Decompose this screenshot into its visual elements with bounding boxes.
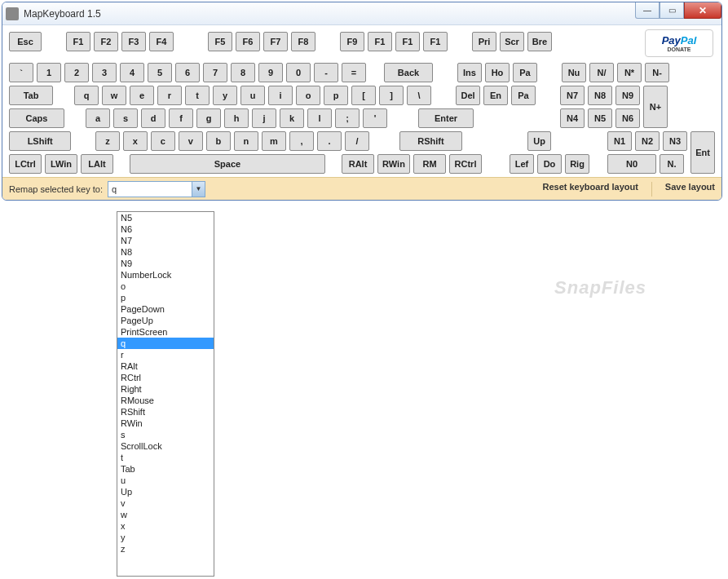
key-8[interactable]: 8 [231, 63, 255, 82]
key-t[interactable]: t [185, 86, 210, 105]
key-f[interactable]: f [169, 108, 193, 128]
key-[interactable]: ] [379, 86, 404, 105]
key-backspace[interactable]: Back [384, 63, 433, 82]
key-f1[interactable]: F1 [423, 32, 448, 51]
key-5[interactable]: 5 [148, 63, 172, 82]
save-layout-button[interactable]: Save layout [665, 182, 715, 197]
key-f6[interactable]: F6 [236, 32, 260, 51]
dropdown-option[interactable]: y [117, 532, 214, 543]
key-ho[interactable]: Ho [485, 63, 510, 82]
dropdown-option[interactable]: Tab [117, 463, 214, 475]
key-[interactable]: ` [9, 63, 33, 82]
key-del[interactable]: Del [456, 86, 480, 105]
key-n0[interactable]: N0 [607, 154, 656, 174]
key-n5[interactable]: N5 [588, 108, 612, 128]
dropdown-option[interactable]: ScrollLock [117, 440, 214, 452]
key-6[interactable]: 6 [175, 63, 200, 82]
dropdown-option[interactable]: RCtrl [117, 372, 214, 383]
key-p[interactable]: p [324, 86, 348, 105]
key-f8[interactable]: F8 [291, 32, 315, 51]
dropdown-option[interactable]: PrintScreen [117, 326, 214, 338]
dropdown-option[interactable]: N7 [117, 235, 214, 246]
dropdown-option[interactable]: o [117, 281, 214, 292]
key-0[interactable]: 0 [286, 63, 311, 82]
dropdown-option[interactable]: N6 [117, 223, 214, 235]
remap-combobox[interactable]: q ▼ [108, 181, 205, 197]
key-f9[interactable]: F9 [340, 32, 364, 51]
key-a[interactable]: a [86, 108, 110, 128]
key-rwin[interactable]: RWin [377, 154, 410, 174]
remap-dropdown-list[interactable]: N5N6N7N8N9NumberLockopPageDownPageUpPrin… [117, 211, 214, 577]
key-n2[interactable]: N2 [635, 131, 660, 151]
key-i[interactable]: i [268, 86, 293, 105]
key-bre[interactable]: Bre [527, 32, 552, 51]
key-u[interactable]: u [240, 86, 265, 105]
key-rm[interactable]: RM [413, 154, 446, 174]
dropdown-option[interactable]: RAlt [117, 360, 214, 372]
key-[interactable]: [ [351, 86, 376, 105]
dropdown-option[interactable]: x [117, 520, 214, 532]
key-g[interactable]: g [196, 108, 221, 128]
key-f1[interactable]: F1 [368, 32, 392, 51]
key-s[interactable]: s [113, 108, 138, 128]
key-lalt[interactable]: LAlt [81, 154, 113, 174]
key-f1[interactable]: F1 [395, 32, 420, 51]
key-q[interactable]: q [74, 86, 99, 105]
key-n4[interactable]: N4 [560, 108, 585, 128]
key-ndot[interactable]: N. [660, 154, 684, 174]
key-rig[interactable]: Rig [565, 154, 589, 174]
key-tab[interactable]: Tab [9, 86, 53, 105]
dropdown-option[interactable]: t [117, 452, 214, 463]
key-[interactable]: - [314, 63, 338, 82]
maximize-button[interactable]: ▭ [660, 2, 684, 19]
key-do[interactable]: Do [537, 154, 562, 174]
key-f1[interactable]: F1 [66, 32, 90, 51]
key-r[interactable]: r [157, 86, 182, 105]
dropdown-option[interactable]: RMouse [117, 395, 214, 406]
dropdown-option[interactable]: u [117, 475, 214, 486]
key-9[interactable]: 9 [258, 63, 283, 82]
dropdown-option[interactable]: N8 [117, 246, 214, 258]
dropdown-option[interactable]: q [117, 338, 214, 349]
key-f4[interactable]: F4 [149, 32, 174, 51]
key-rctrl[interactable]: RCtrl [449, 154, 482, 174]
key-j[interactable]: j [252, 108, 276, 128]
key-c[interactable]: c [151, 131, 175, 151]
key-n1[interactable]: N1 [607, 131, 632, 151]
key-esc[interactable]: Esc [9, 32, 42, 51]
key-o[interactable]: o [296, 86, 320, 105]
key-z[interactable]: z [95, 131, 120, 151]
dropdown-option[interactable]: RWin [117, 418, 214, 429]
key-ralt[interactable]: RAlt [342, 154, 374, 174]
key-ins[interactable]: Ins [457, 63, 482, 82]
key-v[interactable]: v [179, 131, 203, 151]
key-capslock[interactable]: Caps [9, 108, 64, 128]
key-n[interactable]: N/ [589, 63, 614, 82]
key-h[interactable]: h [224, 108, 249, 128]
key-f3[interactable]: F3 [121, 32, 146, 51]
dropdown-option[interactable]: w [117, 509, 214, 520]
key-y[interactable]: y [213, 86, 237, 105]
key-[interactable]: \ [407, 86, 431, 105]
key-f2[interactable]: F2 [94, 32, 118, 51]
key-b[interactable]: b [206, 131, 231, 151]
key-1[interactable]: 1 [37, 63, 61, 82]
dropdown-option[interactable]: z [117, 543, 214, 555]
key-f7[interactable]: F7 [263, 32, 288, 51]
key-m[interactable]: m [262, 131, 286, 151]
key-d[interactable]: d [141, 108, 165, 128]
key-[interactable]: , [289, 131, 314, 151]
dropdown-option[interactable]: RShift [117, 406, 214, 418]
dropdown-option[interactable]: PageUp [117, 315, 214, 326]
key-n9[interactable]: N9 [615, 86, 640, 105]
key-nument[interactable]: Ent [690, 131, 715, 174]
minimize-button[interactable]: — [635, 2, 660, 19]
key-n8[interactable]: N8 [588, 86, 612, 105]
dropdown-option[interactable]: p [117, 292, 214, 303]
dropdown-option[interactable]: PageDown [117, 303, 214, 315]
key-pri[interactable]: Pri [472, 32, 496, 51]
key-nu[interactable]: Nu [562, 63, 586, 82]
dropdown-option[interactable]: v [117, 497, 214, 509]
key-4[interactable]: 4 [120, 63, 144, 82]
key-n[interactable]: n [234, 131, 258, 151]
